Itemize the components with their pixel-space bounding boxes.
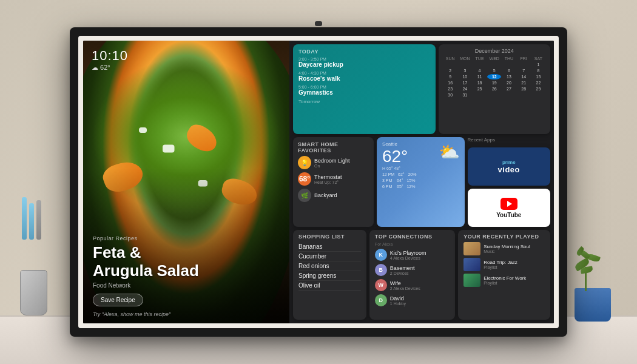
prime-logo-container: prime video	[498, 160, 520, 174]
conn-sub: 2 Alexa Devices	[390, 286, 450, 291]
calendar-day[interactable]: 27	[502, 86, 516, 92]
calendar-day[interactable]	[502, 92, 516, 98]
screen: 10:10 ☁ 62° Popular Recipes Feta & Aru	[83, 41, 554, 323]
calendar-day[interactable]: 3	[458, 68, 472, 73]
music-thumb-3	[463, 274, 480, 287]
calendar-day[interactable]	[487, 62, 501, 67]
recipe-title-line2: Arugula Salad	[93, 261, 199, 280]
calendar-day[interactable]	[473, 62, 487, 67]
calendar-day[interactable]	[517, 92, 531, 98]
calendar-day[interactable]: 12	[487, 74, 501, 79]
calendar-day[interactable]: 9	[443, 74, 457, 79]
light-icon: 💡	[298, 156, 311, 169]
weather-widget[interactable]: Seattle 62° ⛅ H 65° 48° 12 PM 62° 20% 3 …	[377, 137, 465, 227]
calendar-day[interactable]: 21	[517, 80, 531, 86]
calendar-day[interactable]	[443, 62, 457, 67]
conn-name: Basement	[390, 265, 450, 271]
save-recipe-button[interactable]: Save Recipe	[93, 294, 143, 306]
conn-info: Kid's Playroom 4 Alexa Devices	[390, 250, 450, 260]
calendar-day[interactable]: 7	[517, 68, 531, 73]
music-sub-3: Playlist	[484, 281, 545, 285]
connection-david[interactable]: D David 1 Hobby	[375, 294, 450, 306]
calendar-day[interactable]: 30	[443, 92, 457, 98]
calendar-day[interactable]: 19	[487, 80, 501, 86]
connections-subtitle: For Alexa	[375, 242, 450, 246]
calendar-day[interactable]: 8	[531, 68, 545, 73]
calendar-day[interactable]: 29	[531, 86, 545, 92]
day-fri: FRI	[517, 56, 531, 61]
calendar-day[interactable]	[502, 62, 516, 67]
calendar-day[interactable]: 11	[473, 74, 487, 79]
connection-kids-playroom[interactable]: K Kid's Playroom 4 Alexa Devices	[375, 249, 450, 261]
calendar-day[interactable]: 2	[443, 68, 457, 73]
calendar-day[interactable]: 26	[487, 86, 501, 92]
prime-video-widget[interactable]: prime video	[468, 147, 550, 186]
recently-played-widget[interactable]: Your Recently Played Sunday Morning Soul…	[458, 230, 550, 320]
calendar-day[interactable]: 31	[458, 92, 472, 98]
device-bedroom-light[interactable]: 💡 Bedroom Light On	[298, 156, 369, 169]
calendar-day[interactable]	[487, 92, 501, 98]
weather-icon: ⛅	[439, 142, 460, 162]
youtube-widget[interactable]: YouTube	[468, 189, 550, 227]
calendar-day[interactable]: 28	[517, 86, 531, 92]
event-2: 4:00 - 4:30 PM Roscoe's walk	[298, 71, 430, 83]
tomorrow-label: Tomorrow	[298, 99, 430, 104]
device-status: On	[314, 164, 369, 168]
calendar-day[interactable]: 17	[458, 80, 472, 86]
calendar-day[interactable]: 25	[473, 86, 487, 92]
calendar-day[interactable]	[517, 62, 531, 67]
calendar-day[interactable]: 5	[487, 68, 501, 73]
music-track-2[interactable]: Road Trip: Jazz Playlist	[463, 258, 545, 271]
recipe-panel: 10:10 ☁ 62° Popular Recipes Feta & Aru	[83, 41, 289, 323]
calendar-month: December 2024	[443, 48, 545, 54]
music-track-3[interactable]: Electronic For Work Playlist	[463, 274, 545, 287]
calendar-day[interactable]: 20	[502, 80, 516, 86]
recipe-title: Feta & Arugula Salad	[93, 244, 280, 280]
calendar-day[interactable]: 14	[517, 74, 531, 79]
avatar-w: W	[375, 279, 387, 291]
music-track-1[interactable]: Sunday Morning Soul Music	[463, 242, 545, 255]
backyard-icon: 🌿	[298, 189, 311, 202]
calendar-day[interactable]: 6	[502, 68, 516, 73]
event-2-name: Roscoe's walk	[298, 75, 430, 83]
calendar-day[interactable]: 22	[531, 80, 545, 86]
music-thumb-1	[463, 242, 480, 255]
calendar-day[interactable]: 16	[443, 80, 457, 86]
conn-name: Kid's Playroom	[390, 250, 450, 256]
utensil-1	[22, 197, 27, 240]
calendar-day[interactable]	[458, 62, 472, 67]
device-thermostat[interactable]: 68° Thermostat Heat Up: 72°	[298, 172, 369, 186]
weather-detail-3: 6 PM 65° 12%	[382, 184, 416, 189]
connection-wife[interactable]: W Wife 2 Alexa Devices	[375, 279, 450, 291]
connection-basement[interactable]: B Basement 2 Devices	[375, 264, 450, 276]
calendar-day[interactable]: 13	[502, 74, 516, 79]
shopping-list-widget[interactable]: Shopping List Bananas Cucumber Red onion…	[293, 230, 366, 320]
today-widget[interactable]: Today 3:00 - 3:50 PM Daycare pickup 4:00…	[293, 44, 436, 134]
calendar-day[interactable]: 15	[531, 74, 545, 79]
calendar-day[interactable]: 23	[443, 86, 457, 92]
day-thu: THU	[502, 56, 516, 61]
calendar-day[interactable]: 18	[473, 80, 487, 86]
calendar-day[interactable]	[531, 92, 545, 98]
weather-details-2: 3 PM 64° 15%	[382, 178, 459, 183]
connections-widget[interactable]: Top Connections For Alexa K Kid's Playro…	[369, 230, 455, 320]
calendar-day[interactable]: 1	[531, 62, 545, 67]
calendar-day[interactable]: 10	[458, 74, 472, 79]
calendar-widget[interactable]: December 2024 SUN MON TUE WED THU FRI SA…	[439, 44, 550, 134]
device-info: Thermostat Heat Up: 72°	[314, 174, 369, 184]
calendar-day[interactable]: 24	[458, 86, 472, 92]
recipe-label: Popular Recipes	[93, 235, 280, 241]
feta-1	[163, 145, 175, 153]
device-backyard[interactable]: 🌿 Backyard	[298, 189, 369, 202]
time: 10:10	[92, 48, 128, 64]
calendar-day[interactable]	[473, 92, 487, 98]
smart-home-widget[interactable]: Smart Home Favorites 💡 Bedroom Light On	[293, 137, 374, 227]
music-title-2: Road Trip: Jazz	[484, 260, 545, 266]
clock-display: 10:10 ☁ 62°	[92, 48, 128, 72]
calendar-day[interactable]: 4	[473, 68, 487, 73]
day-sat: SAT	[531, 56, 545, 61]
youtube-play-button[interactable]	[500, 198, 517, 210]
weather-details-3: 6 PM 65° 12%	[382, 184, 459, 189]
weather-detail-2: 3 PM 64° 15%	[382, 178, 416, 183]
thermostat-icon: 68°	[298, 172, 311, 186]
